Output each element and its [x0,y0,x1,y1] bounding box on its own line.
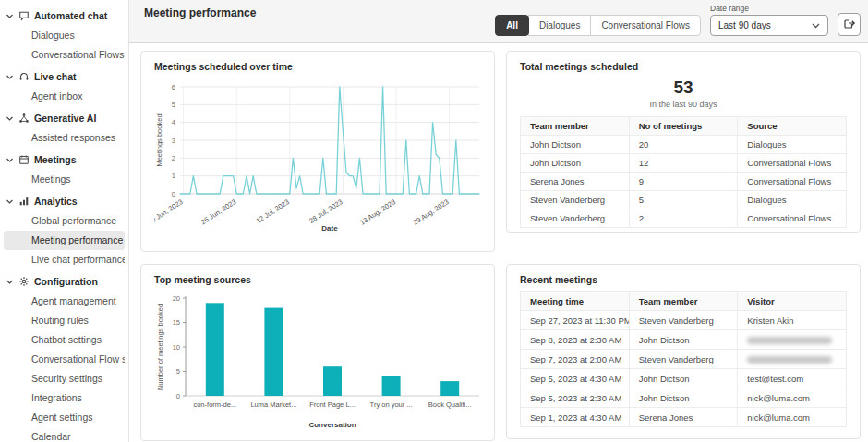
sidebar-item-dialogues[interactable]: Dialogues [4,26,125,45]
svg-text:0: 0 [176,392,180,400]
svg-text:4: 4 [172,118,175,126]
chevron-down-icon [6,12,14,20]
sidebar-item-conversational-flow-settings[interactable]: Conversational Flow settings [4,350,125,369]
filter-button-dialogues[interactable]: Dialogues [528,15,591,36]
redacted-value [747,356,832,364]
date-range-value: Last 90 days [718,20,771,30]
table-cell: Steven Vanderberg [521,209,630,228]
table-row: Steven Vanderberg5Dialogues [521,191,847,209]
svg-text:con-form-de...: con-form-de... [193,400,236,409]
sidebar-group-configuration[interactable]: Configuration [0,271,128,292]
card-title-recent-meetings: Recent meetings [520,274,847,285]
sidebar-item-integrations[interactable]: Integrations [4,388,125,408]
generative-ai-icon [18,113,30,124]
total-meetings-table: Team memberNo of meetingsSourceJohn Dict… [520,116,847,228]
recent-meetings-col-team-member: Team member [629,292,738,311]
chevron-down-icon [812,20,820,30]
table-cell: Kristen Akin [738,311,847,330]
table-row: Serena Jones9Conversational Flows [521,173,847,191]
export-button[interactable] [838,13,861,36]
sidebar-item-chatbot-settings[interactable]: Chatbot settings [4,330,125,350]
table-cell: 2 [629,209,738,228]
sidebar-group-label: Generative AI [34,113,96,124]
svg-text:10 Jun, 2023: 10 Jun, 2023 [154,197,185,226]
svg-text:Conversation: Conversation [308,421,356,429]
date-range-label: Date range [710,4,828,13]
card-top-meeting-sources: Top meeting sources 05101520con-form-de.… [140,264,495,441]
redacted-value [747,337,832,344]
meetings-over-time-line-chart: 012345610 Jun, 202326 Jun, 202312 Jul, 2… [154,78,483,244]
table-cell: Sep 7, 2023 at 2:00 AM [521,350,630,369]
sidebar-item-meeting-performance[interactable]: Meeting performance [4,231,125,250]
svg-text:2: 2 [172,154,175,162]
table-cell: Dialogues [738,136,847,154]
table-row: John Dictson12Conversational Flows [521,154,847,173]
svg-text:26 Jun, 2023: 26 Jun, 2023 [199,197,237,226]
table-row: Sep 27, 2023 at 11:30 PMSteven Vanderber… [521,311,847,330]
sidebar-group-automated-chat[interactable]: Automated chat [0,6,128,26]
sidebar-item-agent-management[interactable]: Agent management [4,292,125,311]
svg-text:12 Jul, 2023: 12 Jul, 2023 [255,197,291,225]
sidebar-item-agent-inbox[interactable]: Agent inbox [4,87,125,106]
chevron-down-icon [6,114,14,123]
table-cell: 9 [629,173,738,191]
table-cell: Sep 5, 2023 at 2:30 AM [521,388,630,408]
sidebar-item-meetings[interactable]: Meetings [4,170,125,189]
card-total-meetings: Total meetings scheduled 53 In the last … [506,51,861,233]
sidebar-group-analytics[interactable]: Analytics [0,191,128,211]
chevron-down-icon [6,156,14,164]
dashboard-grid: Meetings scheduled over time 012345610 J… [129,43,868,442]
sidebar-group-generative-ai[interactable]: Generative AI [0,108,128,128]
table-cell: Serena Jones [629,408,738,427]
svg-text:5: 5 [176,367,180,376]
sidebar-item-agent-settings[interactable]: Agent settings [4,408,125,427]
sidebar-item-security-settings[interactable]: Security settings [4,369,125,388]
table-cell: John Dictson [629,330,738,350]
filter-button-conversational-flows[interactable]: Conversational Flows [590,15,701,36]
table-cell: Steven Vanderberg [521,191,630,209]
card-title-meetings-over-time: Meetings scheduled over time [154,61,481,72]
total-meetings-subtitle: In the last 90 days [520,100,847,109]
sidebar-item-assisted-responses[interactable]: Assisted responses [4,128,125,148]
svg-text:3: 3 [172,137,175,145]
sidebar-item-global-performance[interactable]: Global performance [4,211,125,231]
table-cell: Conversational Flows [738,173,847,191]
total-meetings-value: 53 [520,78,847,98]
export-icon [843,17,856,33]
sidebar-group-live-chat[interactable]: Live chat [0,66,128,87]
svg-text:1: 1 [172,172,175,180]
table-cell: Dialogues [738,191,847,209]
table-cell: nick@luma.com [738,388,847,408]
page-title: Meeting performance [144,6,256,42]
chevron-down-icon [6,278,14,286]
table-cell: 20 [629,136,738,154]
table-cell: Sep 5, 2023 at 4:30 AM [521,369,630,388]
sidebar-group-label: Automated chat [34,10,107,21]
table-cell: Sep 1, 2023 at 4:30 AM [521,408,630,427]
table-cell: Conversational Flows [738,209,847,228]
table-row: Sep 8, 2023 at 2:30 AMJohn Dictson [521,330,847,350]
sidebar-item-routing-rules[interactable]: Routing rules [4,311,125,330]
total-meetings-col-team-member: Team member [521,117,630,136]
sidebar-item-conversational-flows[interactable]: Conversational Flows [4,45,125,65]
chevron-down-icon [6,197,14,206]
table-cell: 5 [629,191,738,209]
sidebar-item-live-chat-performance[interactable]: Live chat performance [4,250,125,269]
date-range-select[interactable]: Last 90 days [710,15,828,36]
svg-text:5: 5 [172,101,175,109]
sidebar-item-calendar[interactable]: Calendar [4,427,125,442]
table-row: Steven Vanderberg2Conversational Flows [521,209,847,228]
redacted-cell [738,350,847,369]
filter-button-all[interactable]: All [495,15,529,36]
total-meetings-table: Team memberNo of meetingsSourceJohn Dict… [520,116,847,228]
table-cell: Serena Jones [521,173,630,191]
table-cell: nick@luma.com [738,408,847,427]
redacted-cell [738,330,847,350]
main-area: Meeting performance AllDialoguesConversa… [129,0,868,442]
svg-text:20: 20 [173,294,180,303]
sidebar-group-meetings[interactable]: Meetings [0,149,128,170]
table-row: Sep 5, 2023 at 4:30 AMJohn Dictsontest@t… [521,369,847,388]
recent-meetings-col-meeting-time: Meeting time [521,292,630,311]
svg-text:28 Jul, 2023: 28 Jul, 2023 [307,197,344,225]
live-chat-icon [18,71,30,82]
